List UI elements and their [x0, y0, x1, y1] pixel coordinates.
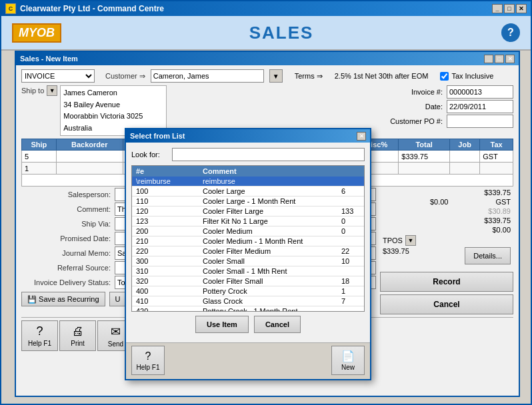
dialog-overlay: Select from List ✕ Look for: #e Comment — [1, 1, 531, 404]
list-cell-comment: Cooler Filter Large — [199, 206, 337, 216]
list-cell-qty: 1 — [337, 286, 364, 296]
list-item[interactable]: 123 Filter Kit No 1 Large 0 — [132, 216, 364, 226]
lookup-row: Look for: — [131, 148, 365, 161]
list-cell-qty — [337, 197, 364, 206]
list-item[interactable]: 100 Cooler Large 6 — [132, 187, 364, 197]
list-col-comment: Comment — [199, 166, 337, 177]
dialog-action-buttons: Use Item Cancel — [131, 316, 365, 333]
dialog-title-text: Select from List — [130, 132, 185, 140]
list-cell-qty: 18 — [337, 276, 364, 286]
list-cell-code: 210 — [132, 236, 199, 246]
list-cell-code: 123 — [132, 216, 199, 226]
list-cell-qty: 133 — [337, 206, 364, 216]
list-cell-qty: 6 — [337, 187, 364, 197]
list-cell-comment: Cooler Filter Small — [199, 276, 337, 286]
dialog-bottom-toolbar: ? Help F1 📄 New — [126, 342, 370, 379]
dialog-new-icon: 📄 — [341, 350, 355, 362]
list-cell-code: 300 — [132, 256, 199, 266]
list-cell-code: 420 — [132, 306, 199, 312]
look-for-input[interactable] — [172, 148, 365, 161]
list-cell-comment: Pottery Crock — [199, 286, 337, 296]
list-item[interactable]: 300 Cooler Small 10 — [132, 256, 364, 266]
list-cell-code: 410 — [132, 296, 199, 306]
list-item[interactable]: 420 Pottery Crock - 1 Month Rent — [132, 306, 364, 312]
list-table: #e Comment \reimburse reimburse 100 Cool… — [132, 166, 364, 312]
list-item[interactable]: 310 Cooler Small - 1 Mth Rent — [132, 266, 364, 276]
list-cell-code: 310 — [132, 266, 199, 276]
dialog-new-label: New — [341, 364, 355, 371]
list-cell-code: 110 — [132, 197, 199, 206]
list-cell-comment: Filter Kit No 1 Large — [199, 216, 337, 226]
list-cell-comment: Cooler Small - 1 Mth Rent — [199, 266, 337, 276]
list-cell-comment: Cooler Small — [199, 256, 337, 266]
list-cell-comment: Cooler Filter Medium — [199, 246, 337, 256]
list-cell-qty: 7 — [337, 296, 364, 306]
list-item[interactable]: 210 Cooler Medium - 1 Month Rent — [132, 236, 364, 246]
list-cell-code: 100 — [132, 187, 199, 197]
list-col-code: #e — [132, 166, 199, 177]
dialog-help-button[interactable]: ? Help F1 — [131, 346, 165, 375]
list-cell-comment: Cooler Medium — [199, 226, 337, 236]
select-from-list-dialog: Select from List ✕ Look for: #e Comment — [125, 128, 371, 380]
list-cell-qty: 0 — [337, 226, 364, 236]
list-cell-comment: Glass Crock — [199, 296, 337, 306]
list-item[interactable]: 400 Pottery Crock 1 — [132, 286, 364, 296]
list-item[interactable]: 120 Cooler Filter Large 133 — [132, 206, 364, 216]
dialog-close-button[interactable]: ✕ — [357, 132, 366, 141]
list-cell-comment: reimburse — [199, 177, 337, 187]
list-cell-code: \reimburse — [132, 177, 199, 187]
list-cell-comment: Cooler Large — [199, 187, 337, 197]
list-cell-code: 220 — [132, 246, 199, 256]
dialog-new-button[interactable]: 📄 New — [331, 346, 365, 375]
list-cell-comment: Pottery Crock - 1 Month Rent — [199, 306, 337, 312]
list-cell-code: 120 — [132, 206, 199, 216]
main-window: C Clearwater Pty Ltd - Command Centre _ … — [0, 0, 532, 405]
list-cell-qty: 22 — [337, 246, 364, 256]
list-cell-qty: 10 — [337, 256, 364, 266]
list-cell-qty — [337, 236, 364, 246]
list-item[interactable]: 320 Cooler Filter Small 18 — [132, 276, 364, 286]
look-for-label: Look for: — [131, 151, 168, 159]
dialog-body: Look for: #e Comment — [126, 143, 370, 342]
list-item[interactable]: 110 Cooler Large - 1 Month Rent — [132, 197, 364, 206]
list-col-qty — [337, 166, 364, 177]
dialog-help-label: Help F1 — [136, 364, 159, 371]
list-cell-qty — [337, 306, 364, 312]
dialog-help-icon: ? — [145, 350, 151, 362]
list-container[interactable]: #e Comment \reimburse reimburse 100 Cool… — [131, 165, 365, 312]
list-item[interactable]: 200 Cooler Medium 0 — [132, 226, 364, 236]
list-cell-comment: Cooler Large - 1 Month Rent — [199, 197, 337, 206]
list-cell-code: 200 — [132, 226, 199, 236]
use-item-button[interactable]: Use Item — [195, 316, 249, 333]
list-cell-qty — [337, 266, 364, 276]
list-cell-qty — [337, 177, 364, 187]
dialog-cancel-button[interactable]: Cancel — [254, 316, 301, 333]
list-cell-code: 400 — [132, 286, 199, 296]
dialog-title-bar: Select from List ✕ — [126, 129, 370, 143]
list-cell-qty: 0 — [337, 216, 364, 226]
list-cell-comment: Cooler Medium - 1 Month Rent — [199, 236, 337, 246]
list-item[interactable]: 220 Cooler Filter Medium 22 — [132, 246, 364, 256]
list-item[interactable]: 410 Glass Crock 7 — [132, 296, 364, 306]
list-item[interactable]: \reimburse reimburse — [132, 177, 364, 187]
list-cell-code: 320 — [132, 276, 199, 286]
